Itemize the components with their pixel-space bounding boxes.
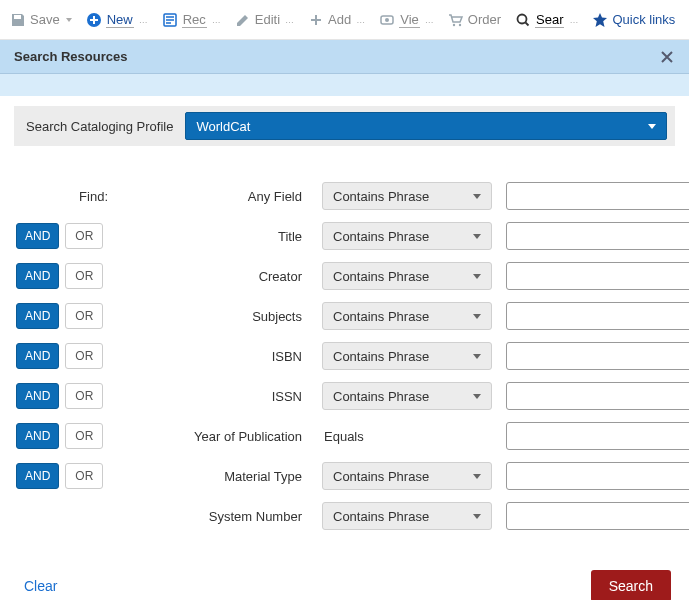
field-label: Subjects [128, 309, 308, 324]
add-button[interactable]: Add [302, 8, 371, 32]
search-row: ANDORISSNContains Phrase [14, 376, 675, 416]
condition-select[interactable]: Contains Phrase [322, 382, 492, 410]
order-label: Order [468, 12, 501, 27]
search-row: ANDORCreatorContains Phrase [14, 256, 675, 296]
or-button[interactable]: OR [65, 343, 103, 369]
operator-cell: ANDOR [14, 423, 114, 449]
search-row: ANDORYear of PublicationEquals [14, 416, 675, 456]
editing-button[interactable]: Editi [229, 8, 300, 32]
and-button[interactable]: AND [16, 463, 59, 489]
record-label: Rec [182, 12, 207, 28]
operator-cell: ANDOR [14, 223, 114, 249]
condition-select[interactable]: Contains Phrase [322, 302, 492, 330]
search-row: ANDORSubjectsContains Phrase [14, 296, 675, 336]
close-icon[interactable] [659, 49, 675, 65]
field-label: Year of Publication [128, 429, 308, 444]
cart-icon [448, 12, 464, 28]
view-button[interactable]: Vie [373, 8, 440, 32]
operator-cell: ANDOR [14, 383, 114, 409]
condition-select[interactable]: Contains Phrase [322, 182, 492, 210]
value-input[interactable] [506, 382, 689, 410]
operator-cell: ANDOR [14, 463, 114, 489]
condition-select[interactable]: Contains Phrase [322, 462, 492, 490]
order-button[interactable]: Order [442, 8, 507, 32]
or-button[interactable]: OR [65, 383, 103, 409]
record-button[interactable]: Rec [156, 8, 227, 32]
condition-value: Contains Phrase [333, 349, 429, 364]
content-area: Search Cataloging Profile WorldCat Find:… [0, 96, 689, 600]
editing-label: Editi [255, 12, 280, 27]
field-label: Title [128, 229, 308, 244]
search-button[interactable]: Search [591, 570, 671, 600]
svg-point-6 [518, 14, 527, 23]
search-form: Find:Any FieldContains PhraseANDORTitleC… [14, 176, 675, 536]
top-toolbar: Save New Rec Editi Add Vie Order [0, 0, 689, 40]
profile-select[interactable]: WorldCat [185, 112, 667, 140]
condition-select[interactable]: Contains Phrase [322, 262, 492, 290]
panel-header: Search Resources [0, 40, 689, 74]
and-button[interactable]: AND [16, 343, 59, 369]
value-input[interactable] [506, 182, 689, 210]
find-label: Find: [14, 189, 114, 204]
chevron-down-icon [473, 474, 481, 479]
quick-links-button[interactable]: Quick links [586, 8, 681, 32]
field-label: System Number [128, 509, 308, 524]
condition-value: Contains Phrase [333, 469, 429, 484]
panel-title: Search Resources [14, 49, 127, 64]
and-button[interactable]: AND [16, 263, 59, 289]
operator-cell: ANDOR [14, 343, 114, 369]
condition-select[interactable]: Contains Phrase [322, 502, 492, 530]
condition-value: Contains Phrase [333, 189, 429, 204]
condition-value: Contains Phrase [333, 389, 429, 404]
footer: Clear Search [14, 570, 675, 600]
eye-icon [379, 12, 395, 28]
chevron-down-icon [473, 274, 481, 279]
value-input[interactable] [506, 342, 689, 370]
and-button[interactable]: AND [16, 383, 59, 409]
save-icon [10, 12, 26, 28]
search-button-toolbar[interactable]: Sear [509, 8, 584, 32]
list-icon [162, 12, 178, 28]
profile-value: WorldCat [196, 119, 250, 134]
pencil-icon [235, 12, 251, 28]
chevron-down-icon [473, 194, 481, 199]
caret-down-icon [66, 18, 72, 22]
svg-point-3 [385, 18, 389, 22]
profile-label: Search Cataloging Profile [22, 119, 173, 134]
or-button[interactable]: OR [65, 223, 103, 249]
and-button[interactable]: AND [16, 303, 59, 329]
search-row: System NumberContains Phrase [14, 496, 675, 536]
chevron-down-icon [473, 314, 481, 319]
or-button[interactable]: OR [65, 263, 103, 289]
save-menu[interactable]: Save [4, 8, 78, 32]
value-input[interactable] [506, 262, 689, 290]
value-input[interactable] [506, 422, 689, 450]
value-input[interactable] [506, 502, 689, 530]
condition-select[interactable]: Contains Phrase [322, 342, 492, 370]
or-button[interactable]: OR [65, 463, 103, 489]
condition-select[interactable]: Contains Phrase [322, 222, 492, 250]
value-input[interactable] [506, 302, 689, 330]
search-label: Sear [535, 12, 564, 28]
field-label: Any Field [128, 189, 308, 204]
chevron-down-icon [473, 354, 481, 359]
search-row: ANDORTitleContains Phrase [14, 216, 675, 256]
condition-value: Contains Phrase [333, 509, 429, 524]
quick-links-label: Quick links [612, 12, 675, 27]
or-button[interactable]: OR [65, 423, 103, 449]
save-label: Save [30, 12, 60, 27]
svg-point-5 [459, 23, 461, 25]
and-button[interactable]: AND [16, 223, 59, 249]
panel-subheader [0, 74, 689, 96]
field-label: ISSN [128, 389, 308, 404]
new-button[interactable]: New [80, 8, 154, 32]
or-button[interactable]: OR [65, 303, 103, 329]
chevron-down-icon [473, 234, 481, 239]
condition-value: Contains Phrase [333, 229, 429, 244]
svg-point-4 [453, 23, 455, 25]
clear-link[interactable]: Clear [24, 578, 57, 594]
star-icon [592, 12, 608, 28]
value-input[interactable] [506, 462, 689, 490]
value-input[interactable] [506, 222, 689, 250]
and-button[interactable]: AND [16, 423, 59, 449]
